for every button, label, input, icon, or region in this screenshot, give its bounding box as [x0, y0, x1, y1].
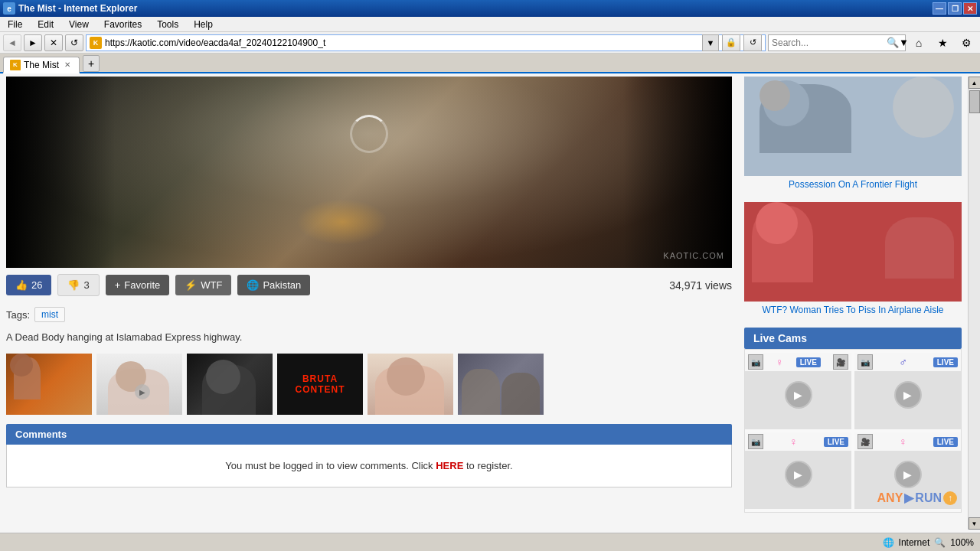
dropdown-button[interactable]: ▼ [702, 34, 719, 51]
thumbnail-3[interactable] [187, 354, 273, 415]
address-bar: K ▼ 🔒 ↺ [86, 34, 766, 51]
related-thumb-1 [744, 77, 962, 176]
thumbnail-6[interactable] [458, 354, 544, 415]
comments-body: You must be logged in to view comments. … [6, 445, 732, 487]
cam-2-play-button[interactable]: ▶ [894, 381, 922, 409]
right-scrollbar[interactable]: ▲ ▼ [968, 77, 980, 530]
search-input[interactable] [772, 37, 887, 48]
tools-button[interactable]: ⚙ [956, 34, 977, 51]
cam-1-play-button[interactable]: ▶ [785, 381, 812, 409]
tag-mist[interactable]: mist [34, 307, 65, 322]
live-cams-grid: 📷 ♀ LIVE 🎥 ▶ 📷 ♂ [744, 349, 962, 513]
menu-file[interactable]: File [3, 18, 27, 31]
cam-3-top-bar: 📷 ♀ LIVE [745, 432, 851, 451]
close-button[interactable]: ✕ [963, 2, 977, 15]
search-icon[interactable]: 🔍 [887, 37, 899, 48]
forward-button[interactable]: ► [24, 34, 42, 51]
cam-1-top-bar: 📷 ♀ LIVE 🎥 [745, 353, 851, 371]
scroll-thumb[interactable] [969, 90, 980, 113]
scroll-up-arrow[interactable]: ▲ [969, 77, 981, 89]
menu-tools[interactable]: Tools [152, 18, 183, 31]
cam-3-gender-icon: ♀ [789, 435, 798, 448]
status-right: 🌐 Internet 🔍 100% [883, 537, 974, 548]
address-input[interactable] [105, 37, 699, 48]
action-bar: 👍 26 👎 3 + Favorite ⚡ WTF [6, 268, 732, 302]
refresh-nav-button[interactable]: ↺ [743, 34, 762, 51]
thumbnail-2[interactable]: ▶ [96, 354, 182, 415]
cam-3-live-badge: LIVE [824, 437, 848, 447]
zone-text: Internet [899, 537, 930, 548]
here-link[interactable]: HERE [436, 460, 463, 471]
search-dropdown-icon[interactable]: ▼ [899, 37, 909, 48]
wtf-icon: ⚡ [185, 279, 197, 291]
cam-cell-2[interactable]: 📷 ♂ LIVE ▶ [854, 353, 961, 429]
thumbnail-1[interactable] [6, 354, 92, 415]
cam-cell-1[interactable]: 📷 ♀ LIVE 🎥 ▶ [745, 353, 851, 429]
wtf-button[interactable]: ⚡ WTF [175, 275, 231, 295]
menu-favorites[interactable]: Favorites [100, 18, 146, 31]
menu-help[interactable]: Help [189, 18, 217, 31]
video-glow [296, 199, 388, 245]
tags-row: Tags: mist [6, 302, 732, 327]
scroll-down-arrow[interactable]: ▼ [969, 517, 981, 530]
thumbnail-bruta[interactable]: BRUTA CONTENT [277, 354, 363, 415]
tags-label: Tags: [6, 309, 30, 321]
comments-section: Comments You must be logged in to view c… [6, 424, 732, 487]
back-button[interactable]: ◄ [3, 34, 21, 51]
title-bar-left: e The Mist - Internet Explorer [3, 2, 137, 15]
related-title-1: Possession On A Frontier Flight [744, 176, 962, 193]
favorite-button[interactable]: + Favorite [106, 275, 170, 295]
lock-icon[interactable]: 🔒 [722, 34, 740, 51]
related-thumb-2 [744, 202, 962, 302]
search-bar: 🔍 ▼ [768, 34, 906, 51]
related-video-2[interactable]: WTF? Woman Tries To Piss In Airplane Ais… [744, 202, 962, 318]
address-favicon: K [90, 37, 102, 49]
cam-cell-3[interactable]: 📷 ♀ LIVE ▶ [745, 432, 851, 509]
nav-bar: ◄ ► ✕ ↺ K ▼ 🔒 ↺ 🔍 ▼ ⌂ ★ ⚙ [0, 32, 980, 54]
thumbnail-5[interactable] [368, 354, 453, 415]
like-count: 26 [31, 279, 42, 291]
stop-button[interactable]: ✕ [44, 34, 63, 51]
favorites-button[interactable]: ★ [932, 34, 953, 51]
menu-edit[interactable]: Edit [33, 18, 58, 31]
home-button[interactable]: ⌂ [908, 34, 929, 51]
tab-title: The Mist [24, 60, 59, 70]
wtf-label: WTF [201, 279, 222, 291]
content-left: KAOTIC.COM 👍 26 👎 3 + Favorite [0, 77, 738, 530]
title-bar-buttons[interactable]: — ❐ ✕ [933, 2, 977, 15]
like-button[interactable]: 👍 26 [6, 275, 51, 295]
tab-the-mist[interactable]: K The Mist ✕ [3, 57, 80, 73]
video-description: A Dead Body hanging at Islamabad Express… [6, 327, 732, 350]
pakistan-button[interactable]: 🌐 Pakistan [237, 275, 310, 295]
video-player[interactable]: KAOTIC.COM [6, 77, 732, 268]
thumbnails-row: ▶ BRUTA CONTENT [6, 350, 732, 418]
views-count: 34,971 views [669, 279, 732, 292]
cam-1-live-badge: LIVE [796, 357, 821, 367]
status-bar: 🌐 Internet 🔍 100% [0, 533, 980, 551]
tab-favicon: K [10, 60, 21, 70]
cam-4-icon: 🎥 [858, 434, 873, 449]
cam-cell-4[interactable]: 🎥 ♀ LIVE ▶ ANY ▶ RUN ↑ [854, 432, 961, 509]
dislike-button[interactable]: 👎 3 [57, 274, 99, 296]
menu-view[interactable]: View [64, 18, 93, 31]
tab-bar: K The Mist ✕ + [0, 54, 980, 73]
title-bar: e The Mist - Internet Explorer — ❐ ✕ [0, 0, 980, 17]
cam-2-gender-icon: ♂ [899, 356, 907, 368]
cam-1-icon: 📷 [748, 354, 763, 370]
scroll-track[interactable] [969, 89, 981, 517]
cam-3-play-button[interactable]: ▶ [785, 461, 812, 488]
cam-4-play-button[interactable]: ▶ [894, 461, 922, 488]
cam-4-top-bar: 🎥 ♀ LIVE [854, 432, 961, 451]
plus-icon: + [115, 279, 121, 291]
tab-close-button[interactable]: ✕ [62, 60, 73, 70]
new-tab-button[interactable]: + [83, 55, 100, 72]
main-inner: KAOTIC.COM 👍 26 👎 3 + Favorite [0, 73, 980, 533]
refresh-button[interactable]: ↺ [65, 34, 83, 51]
minimize-button[interactable]: — [933, 2, 946, 15]
related-video-1[interactable]: Possession On A Frontier Flight [744, 77, 962, 193]
restore-button[interactable]: ❐ [948, 2, 962, 15]
favorite-label: Favorite [124, 279, 160, 291]
pakistan-label: Pakistan [263, 279, 301, 291]
zoom-level: 100% [950, 537, 974, 548]
cam-1-icon2: 🎥 [833, 354, 848, 370]
